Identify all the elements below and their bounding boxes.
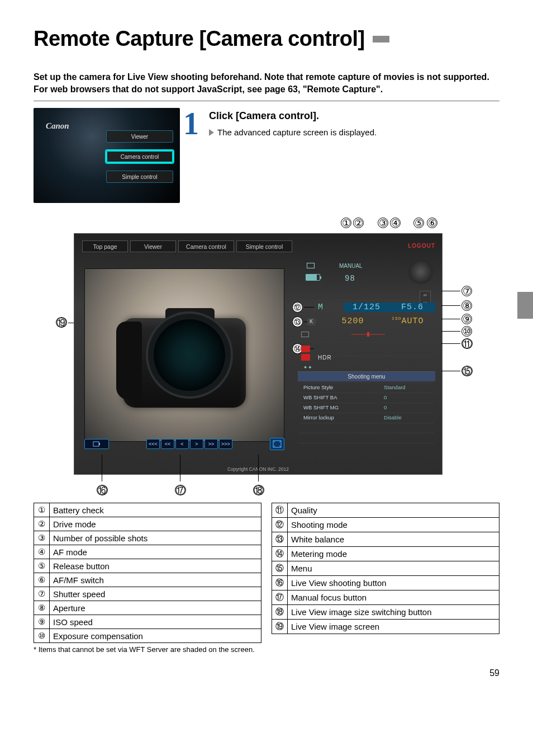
release-button[interactable]	[408, 259, 433, 284]
battery-icon	[306, 274, 320, 281]
legend-row: ⑨ISO speed	[34, 615, 261, 629]
exposure-comp[interactable]	[346, 330, 391, 340]
legend-row: ⑪Quality	[272, 503, 499, 518]
shooting-menu-table: Picture StyleStandard WB SHIFT BA0 WB SH…	[298, 381, 435, 453]
callout-1: ①	[341, 218, 351, 228]
callout-6: ⑥	[427, 218, 437, 228]
callout-19: ⑲	[56, 317, 67, 328]
callout-3: ③	[378, 218, 388, 228]
top-callouts: ① ② ③ ④ ⑤ ⑥	[74, 218, 499, 233]
legend-row: ⑧Aperture	[34, 601, 261, 615]
capture-screen-diagram: Top page Viewer Camera control Simple co…	[74, 233, 442, 475]
legend-row: ③Number of possible shots	[34, 531, 261, 545]
svg-rect-1	[99, 443, 100, 445]
left-callouts: ⑲	[34, 233, 74, 475]
af-mode-label: MANUAL	[339, 263, 363, 269]
callout-8: ⑧	[461, 300, 472, 311]
image-size-button[interactable]	[270, 438, 284, 450]
legend-row: ⑯Live View shooting button	[272, 576, 499, 590]
page-title: Remote Capture [Camera control]	[34, 27, 365, 51]
legend-row: ⑩Exposure compensation	[34, 629, 261, 643]
menu-row: WB SHIFT BA0	[299, 393, 434, 401]
camera-control-button[interactable]: Camera control	[106, 150, 173, 163]
tab-simple-control[interactable]: Simple control	[236, 240, 292, 252]
live-view-screen: Canon	[84, 268, 284, 442]
simple-control-button[interactable]: Simple control	[106, 171, 173, 183]
legend-row: ⑭Metering mode	[272, 547, 499, 561]
shutter-speed[interactable]: 1/125	[344, 303, 389, 312]
legend-row: ②Drive mode	[34, 517, 261, 531]
side-tab-marker	[517, 292, 533, 319]
possible-shots: 98	[345, 274, 355, 283]
multi-exp-icon: ✦✦	[303, 363, 312, 371]
menu-row: Mirror lockupDisable	[299, 413, 434, 422]
shooting-menu-header[interactable]: Shooting menu	[298, 371, 435, 381]
focus-near3[interactable]: >>>	[219, 439, 232, 449]
legend-row: ⑰Manual focus button	[272, 590, 499, 605]
triangle-bullet-icon	[209, 129, 214, 136]
legend-row: ⑲Live View image screen	[272, 620, 499, 634]
live-view-button[interactable]	[84, 439, 109, 449]
legend-row: ⑦Shutter speed	[34, 587, 261, 601]
manual-focus-buttons: <<< << < > >> >>>	[146, 439, 232, 449]
focus-near1[interactable]: >	[190, 439, 203, 449]
step-heading: Click [Camera control].	[209, 110, 499, 122]
callout-2: ②	[353, 218, 364, 228]
step-detail: The advanced capture screen is displayed…	[209, 127, 499, 137]
iso-speed[interactable]: 5200	[325, 316, 380, 326]
legend-row: ④AF mode	[34, 545, 261, 559]
metering-icon	[301, 332, 309, 337]
menu-row: Picture StyleStandard	[299, 382, 434, 391]
callout-7: ⑦	[461, 286, 472, 296]
intro-paragraph: Set up the camera for Live View shooting…	[34, 71, 499, 95]
wb-icon: K	[307, 318, 316, 325]
callout-4: ④	[390, 218, 401, 228]
callout-18: ⑱	[253, 485, 264, 495]
legend-row: ⑤Release button	[34, 559, 261, 573]
callout-17: ⑰	[175, 485, 186, 495]
svg-rect-4	[367, 332, 369, 337]
aperture[interactable]: F5.6	[389, 303, 435, 312]
bottom-callouts: ⑯ ⑰ ⑱	[74, 475, 499, 499]
focus-far3[interactable]: <<<	[146, 439, 160, 449]
legend-row: ⑫Shooting mode	[272, 518, 499, 532]
rec-icon	[301, 354, 310, 361]
legend-right-table: ⑪Quality⑫Shooting mode⑬White balance⑭Met…	[272, 503, 499, 634]
legend-row: ⑱Live View image size switching button	[272, 605, 499, 620]
legend-row: ①Battery check	[34, 503, 261, 517]
step1-screenshot: Canon Viewer Camera control Simple contr…	[34, 108, 180, 203]
focus-far1[interactable]: <	[175, 439, 189, 449]
shooting-mode: M	[298, 303, 344, 312]
legend-row: ⑥AF/MF switch	[34, 573, 261, 587]
right-callouts: ⑦ ⑧ ⑨ ⑩ ⑪ ⑮	[442, 233, 483, 475]
callout-9: ⑨	[461, 314, 472, 324]
callout-16: ⑯	[97, 485, 108, 495]
callout-11: ⑪	[461, 338, 473, 349]
legend-left-table: ①Battery check②Drive mode③Number of poss…	[34, 503, 261, 643]
legend-row: ⑬White balance	[272, 532, 499, 547]
tab-viewer[interactable]: Viewer	[130, 240, 176, 252]
tab-top-page[interactable]: Top page	[82, 240, 128, 252]
step-number: 1	[183, 108, 199, 203]
tab-camera-control[interactable]: Camera control	[178, 240, 234, 252]
legend-row: ⑮Menu	[272, 561, 499, 576]
canon-logo: Canon	[46, 121, 69, 131]
callout-10: ⑩	[461, 326, 472, 337]
page-number: 59	[34, 668, 499, 692]
footnote: * Items that cannot be set via WFT Serve…	[34, 645, 499, 654]
callout-5: ⑤	[413, 218, 424, 228]
iso-auto: ISOAUTO	[380, 316, 435, 326]
svg-rect-0	[93, 442, 99, 446]
title-dash-icon	[373, 36, 389, 42]
drive-mode-icon	[307, 263, 315, 268]
focus-far2[interactable]: <<	[161, 439, 174, 449]
legend-tables: ①Battery check②Drive mode③Number of poss…	[34, 503, 499, 643]
viewer-button[interactable]: Viewer	[106, 130, 173, 143]
camera-illustration: Canon	[123, 318, 246, 408]
hdr-label: HDR	[318, 355, 332, 361]
menu-row: WB SHIFT MG0	[299, 403, 434, 412]
focus-near2[interactable]: >>	[204, 439, 218, 449]
divider	[34, 101, 499, 101]
callout-15: ⑮	[461, 366, 473, 376]
